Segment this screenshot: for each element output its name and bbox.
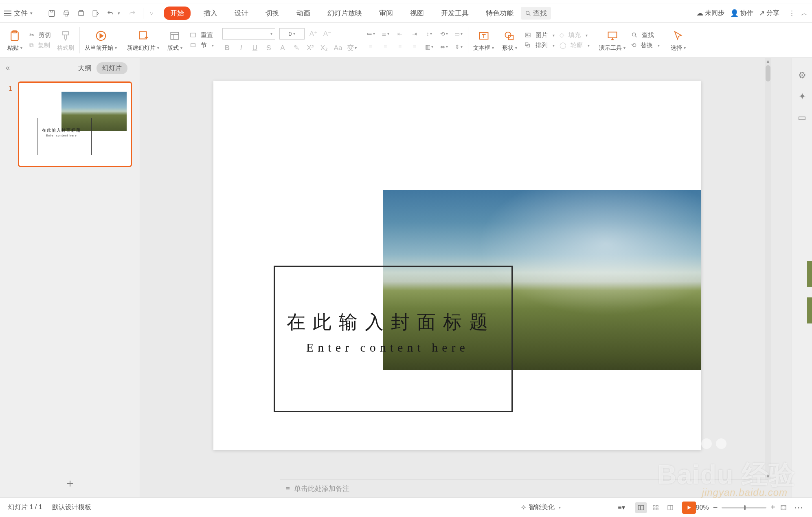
align-justify-button[interactable]: ≡ [409,42,420,51]
tab-view[interactable]: 视图 [406,7,428,20]
picture-button[interactable]: 图片▾ [524,31,555,39]
settings-icon[interactable]: ⚙ [798,70,806,81]
align-right-button[interactable]: ≡ [395,42,405,51]
shrink-font-icon[interactable]: A⁻ [323,29,332,38]
layout-button[interactable]: 版式▾ [162,23,187,57]
distribute-h-button[interactable]: ⇔▾ [439,42,449,51]
print-icon[interactable] [62,9,71,18]
replace-button[interactable]: ⟲替换▾ [631,42,660,49]
undo-dropdown[interactable]: ▾ [118,11,120,16]
beautify-button[interactable]: ✧智能美化▾ [517,502,565,513]
normal-view-icon[interactable] [635,502,647,513]
format-painter[interactable]: 格式刷 [53,23,78,57]
menu-icon[interactable] [4,11,11,16]
tab-start[interactable]: 开始 [164,7,191,20]
paste-group[interactable]: 粘贴▾ [2,23,27,57]
more-status-icon[interactable]: ⋯ [794,502,804,513]
bullets-button[interactable]: ≔▾ [365,29,376,38]
bold-button[interactable]: B [222,44,232,53]
coop-button[interactable]: 👤协作 [730,9,753,18]
align-center-button[interactable]: ≡ [380,42,391,51]
highlight-button[interactable]: ✎ [292,44,301,53]
columns-button[interactable]: ▥▾ [424,42,435,51]
outline-frame[interactable] [274,266,513,412]
new-slide-button[interactable]: 新建幻灯片▾ [124,23,162,57]
quick-access-dropdown[interactable]: ▽ [150,11,153,16]
underline-button[interactable]: U [250,44,260,53]
subscript-button[interactable]: X₂ [319,44,329,53]
copy-button[interactable]: ⧉复制 [29,42,51,49]
tab-insert[interactable]: 插入 [200,7,222,20]
slideshow-play-button[interactable] [682,502,696,514]
redo-icon[interactable] [128,9,137,18]
distribute-v-button[interactable]: ⇕▾ [453,42,464,51]
collapse-pane-icon[interactable]: « [6,64,10,72]
cut-button[interactable]: ✂剪切 [29,31,51,39]
scroll-thumb[interactable] [766,65,770,81]
font-color-button[interactable]: A [278,44,287,53]
notes-bar[interactable]: ≡ 单击此处添加备注 [280,480,771,497]
zoom-out-button[interactable]: − [713,503,718,512]
tab-design[interactable]: 设计 [230,7,252,20]
tab-developer[interactable]: 开发工具 [437,7,473,20]
slide-thumbnail-1[interactable]: 1 在此输入封面标题 Enter content here [18,81,132,167]
font-effects-button[interactable]: 变▾ [347,44,357,53]
share-button[interactable]: ↗分享 [759,9,779,18]
reading-view-icon[interactable] [664,502,676,513]
outline-button[interactable]: ◯轮廓▾ [560,42,590,49]
collapse-ribbon-icon[interactable]: ︿ [801,9,808,18]
slide-subtitle[interactable]: Enter content here [306,341,469,354]
reset-button[interactable]: 重置 [189,31,214,39]
slide-canvas[interactable]: 在此输入封面标题 Enter content here ≡ 单击此处添加备注 ▲… [140,58,792,497]
indent-left-button[interactable]: ⇤ [395,29,405,38]
arrange-button[interactable]: 排列▾ [524,42,555,49]
export-icon[interactable] [91,9,100,18]
tab-outline[interactable]: 大纲 [78,64,92,73]
file-menu-dropdown[interactable]: ▾ [30,11,33,16]
zoom-value[interactable]: 90% [696,504,709,511]
align-text-button[interactable]: ▭▾ [453,29,464,38]
from-current-button[interactable]: 从当前开始▾ [81,23,120,57]
slide[interactable]: 在此输入封面标题 Enter content here [213,81,701,450]
tab-slides[interactable]: 幻灯片 [97,62,127,74]
text-direction-button[interactable]: ⟲▾ [439,29,449,38]
align-left-button[interactable]: ≡ [365,42,376,51]
font-size-combo[interactable]: 0▾ [279,28,305,40]
select-button[interactable]: 选择▾ [666,23,690,57]
add-slide-button[interactable]: ＋ [64,475,76,491]
print2-icon[interactable] [77,9,86,18]
shape-button[interactable]: 形状▾ [497,23,522,57]
grow-font-icon[interactable]: A⁺ [309,29,318,38]
find-button[interactable]: 查找 [631,31,660,39]
undo-icon[interactable] [106,9,115,18]
clear-format-button[interactable]: Aa [333,44,343,53]
tab-special[interactable]: 特色功能 [482,7,518,20]
side-tab-1[interactable] [807,261,812,287]
side-tab-2[interactable] [807,297,812,323]
tab-transition[interactable]: 切换 [261,7,283,20]
notes-toggle[interactable]: ≡▾ [614,502,629,513]
section-button[interactable]: 节▾ [189,42,214,49]
font-name-combo[interactable]: ▾ [222,28,275,40]
tab-review[interactable]: 审阅 [375,7,397,20]
sorter-view-icon[interactable] [650,502,662,513]
zoom-slider[interactable] [722,507,766,508]
superscript-button[interactable]: X² [305,44,315,53]
panel-icon[interactable]: ▭ [798,112,806,123]
sync-button[interactable]: ☁未同步 [696,9,724,18]
vertical-scrollbar[interactable]: ▲ ▼ [765,58,771,480]
fill-button[interactable]: ◇填充▾ [560,31,590,39]
italic-button[interactable]: I [236,44,246,53]
zoom-in-button[interactable]: + [770,503,775,512]
textbox-button[interactable]: 文本框▾ [470,23,497,57]
search-box[interactable]: 查找 [521,7,551,20]
indent-right-button[interactable]: ⇥ [409,29,420,38]
numbering-button[interactable]: ≣▾ [380,29,391,38]
fit-window-icon[interactable] [779,504,788,511]
line-spacing-button[interactable]: ↕▾ [424,29,435,38]
sparkle-icon[interactable]: ✦ [799,91,806,102]
present-tools-button[interactable]: 演示工具▾ [596,23,629,57]
save-icon[interactable] [47,9,56,18]
strike-button[interactable]: S [264,44,274,53]
more-icon[interactable]: ⋮ [788,9,795,18]
